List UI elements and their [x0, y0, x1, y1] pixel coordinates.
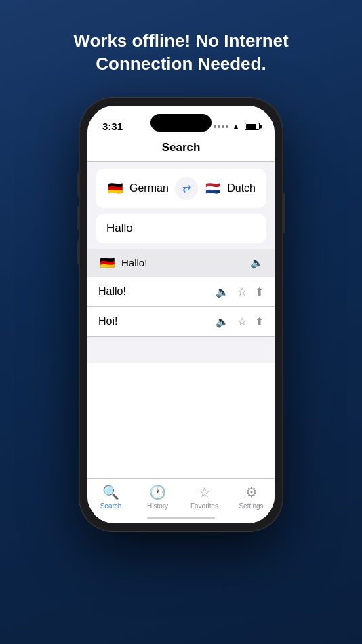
result-item-1[interactable]: Hoi! 🔈 ☆ ⬆ — [87, 307, 275, 337]
search-tab-label: Search — [100, 502, 122, 510]
history-tab-label: History — [147, 502, 168, 510]
settings-tab-icon: ⚙ — [245, 484, 258, 500]
german-flag-result: 🇩🇪 — [98, 254, 116, 272]
favorites-tab-label: Favorites — [190, 502, 218, 510]
phone-wrapper: 3:31 ▲ — [79, 98, 283, 531]
share-icon-0[interactable]: ⬆ — [255, 285, 264, 298]
search-input-value: Hallo — [106, 222, 133, 235]
status-icons: ▲ — [214, 122, 260, 132]
battery-icon — [245, 123, 260, 130]
tab-search[interactable]: 🔍 Search — [87, 484, 134, 510]
result-text-0: Hallo! — [98, 285, 126, 298]
tab-settings[interactable]: ⚙ Settings — [228, 484, 275, 510]
share-icon-1[interactable]: ⬆ — [255, 315, 264, 328]
result-source-left: 🇩🇪 Hallo! — [98, 254, 147, 272]
target-lang-name: Dutch — [227, 182, 256, 195]
headline: Works offline! No Internet Connection Ne… — [46, 30, 315, 76]
speaker-icon-1[interactable]: 🔈 — [216, 315, 229, 328]
swap-icon: ⇄ — [182, 182, 191, 195]
history-tab-icon: 🕐 — [149, 484, 166, 500]
phone-screen: 3:31 ▲ — [87, 106, 275, 523]
source-language: 🇩🇪 German — [106, 180, 169, 197]
home-indicator — [147, 517, 215, 519]
results-section: 🇩🇪 Hallo! 🔈 Hallo! 🔈 ☆ ⬆ — [87, 249, 275, 363]
phone-outer: 3:31 ▲ — [79, 98, 283, 531]
settings-tab-label: Settings — [239, 502, 263, 510]
star-icon-1[interactable]: ☆ — [237, 315, 247, 328]
source-speaker-icon[interactable]: 🔈 — [250, 256, 264, 269]
dynamic-island — [150, 114, 212, 132]
favorites-tab-icon: ☆ — [199, 484, 211, 500]
search-tab-icon: 🔍 — [102, 484, 119, 500]
source-lang-name: German — [129, 182, 169, 195]
signal-dots — [214, 125, 228, 128]
result-source-text: Hallo! — [121, 257, 147, 268]
result-actions-0: 🔈 ☆ ⬆ — [216, 285, 264, 298]
swap-button[interactable]: ⇄ — [175, 177, 198, 200]
result-actions-1: 🔈 ☆ ⬆ — [216, 315, 264, 328]
target-language: 🇳🇱 Dutch — [204, 180, 256, 197]
dutch-flag: 🇳🇱 — [204, 180, 222, 197]
tab-history[interactable]: 🕐 History — [134, 484, 181, 510]
german-flag: 🇩🇪 — [106, 180, 124, 197]
nav-title: Search — [87, 138, 275, 162]
language-selector[interactable]: 🇩🇪 German ⇄ 🇳🇱 Dutch — [96, 169, 266, 208]
result-text-1: Hoi! — [98, 315, 117, 327]
tab-favorites[interactable]: ☆ Favorites — [181, 484, 228, 510]
result-source-row[interactable]: 🇩🇪 Hallo! 🔈 — [87, 249, 275, 277]
search-input-container[interactable]: Hallo — [96, 214, 266, 243]
status-time: 3:31 — [102, 121, 123, 132]
result-item-0[interactable]: Hallo! 🔈 ☆ ⬆ — [87, 277, 275, 307]
wifi-icon: ▲ — [232, 122, 240, 132]
speaker-icon-0[interactable]: 🔈 — [216, 285, 229, 298]
star-icon-0[interactable]: ☆ — [237, 285, 247, 298]
